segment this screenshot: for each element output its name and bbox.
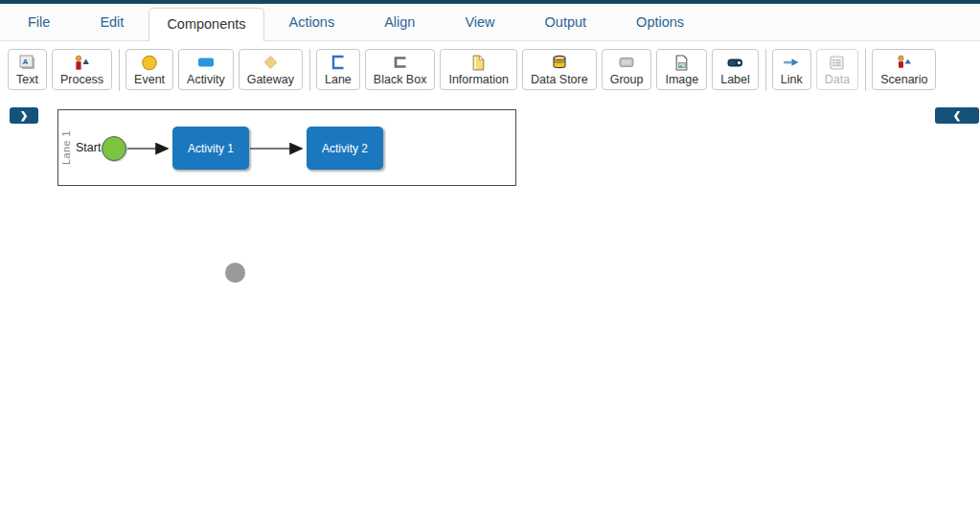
- toolbar-button-label: Information: [448, 73, 509, 86]
- process-icon: [73, 54, 92, 71]
- image-icon: [674, 54, 689, 71]
- toolbar-button-label: Activity: [187, 73, 225, 86]
- activity-icon: [196, 54, 216, 71]
- toolbar-button-link[interactable]: Link: [772, 49, 811, 90]
- toolbar-button-label[interactable]: Label: [712, 49, 759, 90]
- scenario-icon: [895, 54, 914, 71]
- toolbar-separator: [865, 49, 866, 91]
- toolbar-button-label: Process: [60, 73, 103, 86]
- toolbar-separator: [309, 49, 310, 91]
- link-icon: [782, 54, 801, 71]
- group-icon: [618, 54, 635, 71]
- start-event-label: Start: [76, 141, 101, 154]
- activity-node-2[interactable]: Activity 2: [307, 127, 383, 170]
- toolbar-button-activity[interactable]: Activity: [178, 49, 234, 90]
- toolbar-button-label: Black Box: [374, 73, 427, 86]
- toolbar-button-label: Label: [720, 73, 750, 86]
- toolbar-separator: [119, 49, 120, 91]
- toolbar-button-black-box[interactable]: Black Box: [365, 49, 436, 90]
- menu-tab-file[interactable]: File: [3, 4, 75, 40]
- toolbar-button-data: Data: [816, 49, 858, 90]
- menu-tab-align[interactable]: Align: [359, 4, 440, 40]
- menu-tab-options[interactable]: Options: [611, 4, 709, 40]
- toolbar-button-lane[interactable]: Lane: [316, 49, 360, 90]
- toolbar-button-event[interactable]: Event: [125, 49, 173, 90]
- data-store-icon: [551, 54, 568, 71]
- label-icon: [726, 54, 744, 71]
- toolbar-button-text[interactable]: AText: [8, 49, 47, 90]
- gateway-icon: [262, 54, 280, 71]
- gray-circle-node[interactable]: [225, 263, 245, 283]
- menu-tab-edit[interactable]: Edit: [75, 4, 148, 40]
- event-icon: [141, 54, 158, 71]
- activity-label: Activity 1: [188, 142, 234, 155]
- toolbar-button-label: Lane: [325, 73, 352, 86]
- toolbar-button-label: Scenario: [880, 73, 927, 86]
- chevron-left-icon: ❮: [953, 110, 961, 121]
- toolbar-separator: [765, 49, 766, 91]
- toolbar: ATextProcessEventActivityGatewayLaneBlac…: [0, 41, 980, 101]
- toolbar-button-label: Text: [16, 73, 38, 86]
- menu-tab-components[interactable]: Components: [148, 8, 263, 41]
- toolbar-button-label: Event: [134, 73, 165, 86]
- toolbar-button-label: Image: [665, 73, 698, 86]
- activity-label: Activity 2: [322, 142, 368, 155]
- toolbar-button-label: Data Store: [531, 73, 588, 86]
- toolbar-button-information[interactable]: Information: [440, 49, 517, 90]
- svg-text:A: A: [22, 58, 28, 66]
- information-icon: [471, 54, 486, 71]
- menu-tab-output[interactable]: Output: [520, 4, 612, 40]
- toolbar-button-group[interactable]: Group: [602, 49, 652, 90]
- data-icon: [829, 54, 845, 71]
- start-event-node[interactable]: [102, 136, 126, 161]
- toolbar-button-label: Gateway: [247, 73, 294, 86]
- toolbar-button-data-store[interactable]: Data Store: [522, 49, 597, 90]
- toolbar-button-gateway[interactable]: Gateway: [239, 49, 303, 90]
- toolbar-button-process[interactable]: Process: [52, 49, 112, 90]
- activity-node-1[interactable]: Activity 1: [172, 127, 249, 170]
- toolbar-button-scenario[interactable]: Scenario: [872, 49, 936, 90]
- toolbar-button-label: Data: [825, 73, 850, 86]
- text-icon: A: [18, 54, 36, 71]
- toolbar-button-label: Link: [781, 73, 803, 86]
- black-box-icon: [392, 54, 409, 71]
- diagram-canvas[interactable]: ❯ ❮ Lane 1 Start Activity 1 Activity 2: [0, 101, 980, 509]
- lane-icon: [330, 54, 347, 71]
- menu-tab-actions[interactable]: Actions: [264, 4, 360, 40]
- right-panel-toggle-button[interactable]: ❮: [935, 107, 979, 124]
- toolbar-button-label: Group: [610, 73, 644, 86]
- toolbar-button-image[interactable]: Image: [656, 49, 707, 90]
- menu-bar: FileEditComponentsActionsAlignViewOutput…: [0, 4, 980, 41]
- menu-tab-view[interactable]: View: [440, 4, 519, 40]
